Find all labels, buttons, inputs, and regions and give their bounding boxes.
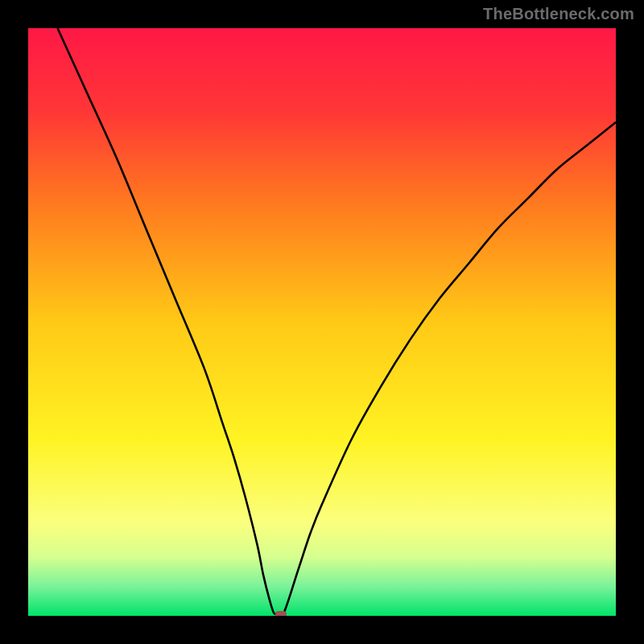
plot-area — [28, 28, 616, 616]
curve-layer — [28, 28, 616, 616]
chart-frame: TheBottleneck.com — [0, 0, 644, 644]
bottleneck-curve — [58, 28, 617, 616]
optimum-marker — [275, 611, 287, 616]
watermark-text: TheBottleneck.com — [483, 5, 634, 23]
